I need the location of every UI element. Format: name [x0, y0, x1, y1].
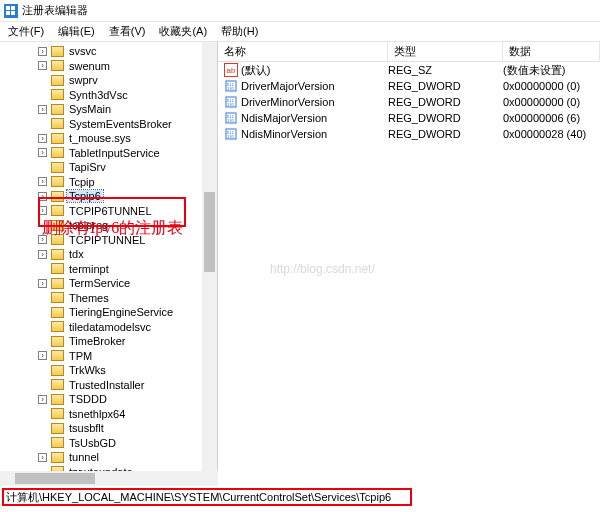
- menu-file[interactable]: 文件(F): [4, 23, 48, 40]
- tree-node-label: terminpt: [67, 263, 111, 275]
- tree-node-label: TieringEngineService: [67, 306, 175, 318]
- folder-icon: [51, 249, 64, 260]
- tree-node[interactable]: TapiSrv: [8, 160, 217, 175]
- folder-icon: [51, 452, 64, 463]
- tree-node[interactable]: ›swenum: [8, 59, 217, 74]
- expander-icon[interactable]: ›: [38, 177, 47, 186]
- folder-icon: [51, 394, 64, 405]
- tree-node[interactable]: ›TCPIPTUNNEL: [8, 233, 217, 248]
- dword-icon: 011110: [224, 79, 238, 93]
- dword-icon: 011110: [224, 95, 238, 109]
- tree-node[interactable]: ›Tcpip: [8, 175, 217, 190]
- tree-node-label: tunnel: [67, 451, 101, 463]
- tree-node-label: Tcpip: [67, 176, 97, 188]
- tree-node[interactable]: Synth3dVsc: [8, 88, 217, 103]
- menu-view[interactable]: 查看(V): [105, 23, 150, 40]
- tree-node-label: TabletInputService: [67, 147, 162, 159]
- expander-icon[interactable]: ›: [38, 351, 47, 360]
- expander-icon[interactable]: ›: [38, 235, 47, 244]
- folder-icon: [51, 408, 64, 419]
- tree-node-label: tdx: [67, 248, 86, 260]
- tree-node[interactable]: ›TabletInputService: [8, 146, 217, 161]
- tree-node[interactable]: ›SysMain: [8, 102, 217, 117]
- expander-icon[interactable]: ›: [38, 279, 47, 288]
- tree-node[interactable]: ›TSDDD: [8, 392, 217, 407]
- tree-node[interactable]: tiledatamodelsvc: [8, 320, 217, 335]
- tree-node[interactable]: ›TPM: [8, 349, 217, 364]
- value-data: 0x00000006 (6): [503, 112, 600, 124]
- tree-scrollbar-horizontal[interactable]: [0, 471, 218, 486]
- expander-icon[interactable]: ›: [38, 250, 47, 259]
- tree-node[interactable]: ›tunnel: [8, 450, 217, 465]
- col-name[interactable]: 名称: [218, 42, 388, 61]
- value-type: REG_SZ: [388, 64, 503, 76]
- expander-icon[interactable]: ›: [38, 192, 47, 201]
- string-icon: ab: [224, 63, 238, 77]
- tree-node[interactable]: TrkWks: [8, 363, 217, 378]
- col-type[interactable]: 类型: [388, 42, 503, 61]
- tree-node[interactable]: TimeBroker: [8, 334, 217, 349]
- tree-node[interactable]: terminpt: [8, 262, 217, 277]
- folder-icon: [51, 379, 64, 390]
- tree-node[interactable]: SystemEventsBroker: [8, 117, 217, 132]
- expander-icon[interactable]: ›: [38, 61, 47, 70]
- folder-icon: [51, 220, 64, 231]
- value-row[interactable]: 011110DriverMinorVersionREG_DWORD0x00000…: [218, 94, 600, 110]
- tree-node-label: tsnethlpx64: [67, 408, 127, 420]
- value-row[interactable]: 011110NdisMajorVersionREG_DWORD0x0000000…: [218, 110, 600, 126]
- tree-node-label: t_mouse.sys: [67, 132, 133, 144]
- svg-text:110: 110: [227, 118, 234, 123]
- tree-node-label: tsusbflt: [67, 422, 106, 434]
- folder-icon: [51, 104, 64, 115]
- value-row[interactable]: 011110DriverMajorVersionREG_DWORD0x00000…: [218, 78, 600, 94]
- folder-icon: [51, 118, 64, 129]
- tree-node[interactable]: tcpipreg: [8, 218, 217, 233]
- tree-node-label: TapiSrv: [67, 161, 108, 173]
- tree-scrollbar-vertical[interactable]: [202, 42, 217, 482]
- tree-panel: ›svsvc›swenumswprvSynth3dVsc›SysMainSyst…: [0, 42, 218, 482]
- expander-icon[interactable]: ›: [38, 134, 47, 143]
- expander-icon[interactable]: ›: [38, 206, 47, 215]
- value-row[interactable]: 011110NdisMinorVersionREG_DWORD0x0000002…: [218, 126, 600, 142]
- folder-icon: [51, 292, 64, 303]
- tree-node[interactable]: ›Tcpip6: [8, 189, 217, 204]
- menu-favorites[interactable]: 收藏夹(A): [155, 23, 211, 40]
- tree-node[interactable]: tsnethlpx64: [8, 407, 217, 422]
- tree-node[interactable]: TieringEngineService: [8, 305, 217, 320]
- value-name: NdisMajorVersion: [241, 112, 388, 124]
- tree-node[interactable]: TsUsbGD: [8, 436, 217, 451]
- expander-icon[interactable]: ›: [38, 47, 47, 56]
- svg-text:110: 110: [227, 134, 234, 139]
- tree-node[interactable]: ›TermService: [8, 276, 217, 291]
- tree-node[interactable]: ›svsvc: [8, 44, 217, 59]
- folder-icon: [51, 147, 64, 158]
- tree-node[interactable]: ›TCPIP6TUNNEL: [8, 204, 217, 219]
- tree-node-label: TCPIPTUNNEL: [67, 234, 147, 246]
- tree-node[interactable]: Themes: [8, 291, 217, 306]
- value-name: DriverMinorVersion: [241, 96, 388, 108]
- window-title: 注册表编辑器: [22, 3, 88, 18]
- svg-rect-3: [11, 11, 15, 15]
- svg-rect-1: [11, 6, 15, 10]
- tree-node-label: TrustedInstaller: [67, 379, 146, 391]
- folder-icon: [51, 365, 64, 376]
- tree-node[interactable]: tsusbflt: [8, 421, 217, 436]
- tree-node[interactable]: swprv: [8, 73, 217, 88]
- menu-edit[interactable]: 编辑(E): [54, 23, 99, 40]
- tree-node-label: TsUsbGD: [67, 437, 118, 449]
- app-icon: [4, 4, 18, 18]
- folder-icon: [51, 423, 64, 434]
- svg-rect-0: [6, 6, 10, 10]
- tree-node[interactable]: ›t_mouse.sys: [8, 131, 217, 146]
- expander-icon[interactable]: ›: [38, 105, 47, 114]
- expander-icon[interactable]: ›: [38, 395, 47, 404]
- expander-icon[interactable]: ›: [38, 148, 47, 157]
- tree-node[interactable]: ›tdx: [8, 247, 217, 262]
- tree-node-label: Themes: [67, 292, 111, 304]
- expander-icon[interactable]: ›: [38, 453, 47, 462]
- col-data[interactable]: 数据: [503, 42, 600, 61]
- values-header: 名称 类型 数据: [218, 42, 600, 62]
- tree-node[interactable]: TrustedInstaller: [8, 378, 217, 393]
- value-row[interactable]: ab(默认)REG_SZ(数值未设置): [218, 62, 600, 78]
- menu-help[interactable]: 帮助(H): [217, 23, 262, 40]
